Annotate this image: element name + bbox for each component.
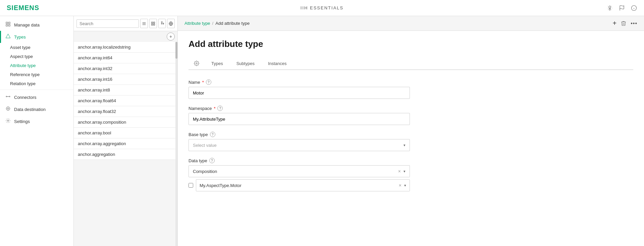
- data-type-clear-icon[interactable]: ×: [398, 169, 401, 174]
- svg-rect-8: [8, 24, 10, 26]
- name-field-group: Name * ?: [189, 79, 410, 99]
- namespace-required: *: [214, 106, 215, 111]
- list-item[interactable]: anchor.array.float64: [74, 96, 177, 106]
- sidebar-sub-asset-type[interactable]: Asset type: [0, 43, 73, 52]
- list-items: anchor.array.localizedstringanchor.array…: [74, 42, 177, 246]
- sidebar-sub-reference-type[interactable]: Reference type: [0, 70, 73, 79]
- base-type-field-group: Base type ? Select value ▾: [189, 132, 410, 151]
- middle-toolbar: +: [74, 31, 177, 42]
- breadcrumb: Attribute type / Add attribute type: [184, 21, 250, 26]
- sidebar-connectors-label: Connectors: [14, 95, 36, 100]
- right-content: Add attribute type Types Subtypes Instan…: [178, 31, 644, 246]
- add-item-button[interactable]: +: [167, 33, 175, 41]
- sidebar-item-settings[interactable]: Settings: [0, 115, 73, 127]
- data-type-label-text: Data type: [189, 158, 207, 163]
- list-item[interactable]: anchor.aggregation: [74, 149, 177, 160]
- bulb-icon[interactable]: [606, 5, 613, 11]
- namespace-help-icon[interactable]: ?: [217, 106, 223, 111]
- list-item[interactable]: anchor.array.localizedstring: [74, 42, 177, 53]
- composition-chevron-icon: ▾: [404, 183, 406, 188]
- types-icon: [5, 34, 11, 40]
- composition-value-box[interactable]: My.AspectType.Motor × ▾: [196, 179, 410, 191]
- data-type-value: Composition: [193, 169, 217, 174]
- sidebar-manage-data-label: Manage data: [14, 22, 40, 27]
- breadcrumb-current: Add attribute type: [215, 21, 250, 26]
- sidebar-settings-label: Settings: [14, 119, 30, 124]
- flag-icon[interactable]: [619, 5, 625, 11]
- grid-view-btn[interactable]: [149, 19, 157, 28]
- more-options-button[interactable]: •••: [631, 20, 637, 26]
- svg-rect-20: [153, 22, 155, 23]
- sidebar-sub-attribute-type[interactable]: Attribute type: [0, 61, 73, 70]
- data-type-help-icon[interactable]: ?: [209, 158, 215, 163]
- delete-button[interactable]: [621, 20, 627, 26]
- sidebar-item-data-destination[interactable]: Data destination: [0, 103, 73, 115]
- app-title: IIH ESSENTIALS: [301, 5, 343, 10]
- list-item[interactable]: anchor.array.float32: [74, 106, 177, 117]
- tab-types[interactable]: Types: [205, 58, 230, 70]
- namespace-input[interactable]: [189, 113, 410, 125]
- sidebar-sub-aspect-type[interactable]: Aspect type: [0, 52, 73, 61]
- breadcrumb-separator: /: [212, 21, 214, 26]
- list-item[interactable]: anchor.array.int8: [74, 85, 177, 96]
- svg-rect-5: [6, 22, 8, 24]
- base-type-label-text: Base type: [189, 132, 208, 137]
- data-type-select[interactable]: Composition × ▾: [189, 165, 410, 177]
- sidebar-item-manage-data[interactable]: Manage data: [0, 19, 73, 31]
- list-view-btn[interactable]: [140, 19, 148, 28]
- sidebar-sub-relation-type[interactable]: Relation type: [0, 79, 73, 88]
- asset-type-label: Asset type: [10, 45, 31, 50]
- name-input[interactable]: [189, 87, 410, 99]
- sidebar-data-destination-label: Data destination: [14, 107, 46, 112]
- name-required: *: [202, 80, 204, 85]
- main-layout: Manage data Types Asset type Aspect type…: [0, 16, 644, 246]
- settings-icon: [5, 118, 11, 125]
- namespace-label-text: Namespace: [189, 106, 212, 111]
- base-type-help-icon[interactable]: ?: [210, 132, 215, 137]
- top-header: SIEMENS IIH ESSENTIALS: [0, 0, 644, 16]
- list-item[interactable]: anchor.array.bool: [74, 128, 177, 138]
- connectors-icon: [5, 94, 11, 101]
- svg-point-15: [7, 120, 9, 121]
- manage-data-icon: [5, 21, 11, 28]
- svg-point-13: [7, 108, 9, 109]
- tab-instances[interactable]: Instances: [261, 58, 293, 70]
- reference-type-label: Reference type: [10, 72, 40, 77]
- svg-rect-22: [153, 24, 155, 25]
- list-item[interactable]: anchor.array.int16: [74, 74, 177, 85]
- svg-point-26: [196, 63, 197, 64]
- svg-marker-9: [6, 34, 10, 38]
- svg-point-11: [9, 96, 10, 97]
- info-icon[interactable]: [631, 5, 637, 11]
- data-type-chevron-icon: ▾: [404, 169, 406, 174]
- data-type-label: Data type ?: [189, 158, 410, 163]
- tab-subtypes[interactable]: Subtypes: [230, 58, 261, 70]
- right-header-actions: + •••: [613, 19, 638, 27]
- base-type-chevron-icon: ▾: [404, 143, 406, 147]
- base-type-select[interactable]: Select value ▾: [189, 139, 410, 151]
- sidebar: Manage data Types Asset type Aspect type…: [0, 16, 74, 246]
- name-help-icon[interactable]: ?: [206, 79, 211, 85]
- globe-btn[interactable]: [167, 19, 175, 28]
- namespace-field-group: Namespace * ?: [189, 106, 410, 125]
- search-input[interactable]: [76, 19, 139, 28]
- breadcrumb-parent[interactable]: Attribute type: [184, 21, 210, 26]
- tab-settings-icon[interactable]: [189, 57, 205, 70]
- composition-clear-icon[interactable]: ×: [399, 183, 401, 188]
- namespace-label: Namespace * ?: [189, 106, 410, 111]
- list-item[interactable]: anchor.array.int32: [74, 63, 177, 74]
- sidebar-types-label: Types: [14, 35, 26, 40]
- list-item[interactable]: anchor.array.aggregation: [74, 138, 177, 149]
- svg-rect-19: [151, 22, 153, 23]
- base-type-label: Base type ?: [189, 132, 410, 137]
- sidebar-item-types[interactable]: Types: [0, 31, 73, 43]
- filter-btn[interactable]: [158, 19, 166, 28]
- name-label: Name * ?: [189, 79, 410, 85]
- composition-value: My.AspectType.Motor: [200, 183, 241, 188]
- composition-checkbox[interactable]: [189, 183, 193, 188]
- add-button[interactable]: +: [613, 19, 617, 27]
- sidebar-item-connectors[interactable]: Connectors: [0, 91, 73, 103]
- list-item[interactable]: anchor.array.composition: [74, 117, 177, 128]
- composition-row: My.AspectType.Motor × ▾: [189, 179, 410, 191]
- list-item[interactable]: anchor.array.int64: [74, 53, 177, 63]
